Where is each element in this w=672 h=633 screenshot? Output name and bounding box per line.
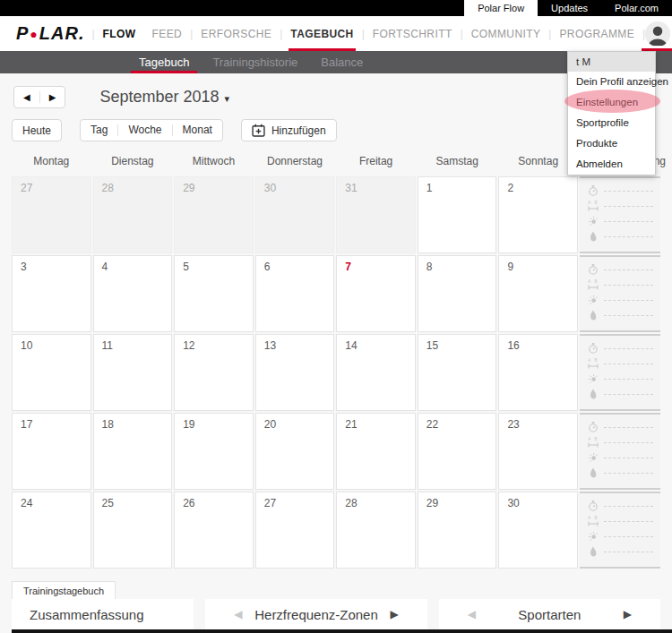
summary-value-line [604, 348, 653, 349]
day-cell[interactable]: 24 [12, 492, 91, 569]
nav-item-programme[interactable]: PROGRAMME [551, 16, 642, 51]
dropdown-item-einstellungen[interactable]: Einstellungen [568, 92, 655, 113]
subnav-item-trainingshistorie[interactable]: Trainingshistorie [208, 51, 302, 73]
day-cell[interactable]: 13 [255, 334, 335, 411]
topbar-tab-updates[interactable]: Updates [538, 0, 601, 16]
subnav-item-tagebuch[interactable]: Tagebuch [134, 51, 194, 73]
summary-value-line [604, 315, 653, 316]
date-number: 28 [102, 182, 114, 194]
summary-row-distance: AB [588, 437, 655, 448]
next-month-button[interactable]: ▶ [40, 87, 65, 107]
summary-row-duration [588, 185, 655, 196]
day-cell[interactable]: 11 [93, 334, 173, 411]
summary-value-line [604, 506, 653, 507]
date-number: 29 [426, 497, 438, 509]
calendar-plus-icon [252, 124, 265, 137]
user-menu-button[interactable] [645, 16, 672, 51]
today-button[interactable]: Heute [12, 119, 62, 141]
day-cell[interactable]: 5 [174, 255, 254, 332]
day-cell[interactable]: 16 [498, 334, 578, 411]
day-cell[interactable]: 4 [93, 255, 173, 332]
top-black-bar: Polar FlowUpdatesPolar.com [0, 0, 672, 16]
day-cell[interactable]: 10 [12, 334, 91, 411]
duration-icon [588, 422, 599, 432]
view-option-monat[interactable]: Monat [173, 120, 222, 141]
day-cell[interactable]: 17 [12, 413, 91, 490]
distance-icon: AB [588, 279, 599, 290]
summary-row-distance: AB [588, 201, 655, 211]
day-cell[interactable]: 15 [418, 334, 497, 411]
day-cell[interactable]: 6 [255, 255, 335, 332]
date-number: 23 [507, 418, 519, 431]
month-title-dropdown[interactable]: September 2018 ▾ [99, 88, 229, 107]
day-cell[interactable]: 28 [336, 492, 416, 569]
day-cell[interactable]: 8 [418, 255, 497, 332]
view-switcher: TagWocheMonat [80, 119, 223, 141]
day-cell[interactable]: 3 [12, 255, 91, 332]
day-cell[interactable]: 23 [498, 413, 578, 490]
training-diary-tab[interactable]: Trainingstagebuch [12, 581, 116, 599]
summary-value-line [604, 364, 653, 364]
day-cell[interactable]: 22 [418, 413, 497, 490]
view-option-tag[interactable]: Tag [81, 120, 117, 141]
nav-item-flow[interactable]: FLOW [95, 16, 144, 51]
duration-icon [588, 264, 599, 275]
date-number: 3 [21, 261, 27, 273]
summary-value-line [604, 473, 653, 474]
day-cell[interactable]: 31 [336, 176, 416, 253]
day-cell[interactable]: 2 [498, 176, 578, 253]
nav-item-community[interactable]: COMMUNITY [463, 16, 549, 51]
svg-text:B: B [595, 358, 598, 363]
nav-item-fortschritt[interactable]: FORTSCHRITT [365, 16, 461, 51]
day-cell[interactable]: 7 [336, 255, 416, 332]
day-cell[interactable]: 18 [93, 413, 173, 490]
topbar-tab-polar-com[interactable]: Polar.com [601, 0, 672, 16]
day-cell[interactable]: 9 [498, 255, 578, 332]
day-cell[interactable]: 27 [255, 492, 335, 569]
day-cell[interactable]: 20 [255, 413, 335, 490]
svg-text:A: A [588, 358, 590, 363]
panel-next-arrow-icon[interactable]: ▶ [390, 608, 398, 620]
nav-item-tagebuch[interactable]: TAGEBUCH [282, 16, 361, 51]
date-number: 19 [183, 418, 194, 431]
week-summary-cell: AB [580, 334, 660, 411]
distance-icon: AB [588, 201, 599, 211]
subnav-item-balance[interactable]: Balance [316, 51, 367, 73]
day-cell[interactable]: 27 [12, 176, 91, 253]
add-training-label: Hinzufügen [271, 124, 326, 137]
day-cell[interactable]: 29 [418, 492, 497, 569]
polar-logo[interactable]: P●LAR. [16, 16, 84, 51]
day-cell[interactable]: 29 [174, 176, 254, 253]
nav-item-erforsche[interactable]: ERFORSCHE [193, 16, 280, 51]
topbar-tab-polar-flow[interactable]: Polar Flow [464, 0, 538, 21]
day-cell[interactable]: 30 [255, 176, 335, 253]
dropdown-item-dein-profil-anzeigen[interactable]: Dein Profil anzeigen [568, 72, 655, 92]
duration-icon [588, 500, 599, 511]
day-cell[interactable]: 25 [93, 492, 173, 569]
date-number: 12 [183, 339, 194, 352]
view-option-woche[interactable]: Woche [118, 120, 171, 141]
calories-icon [588, 295, 599, 305]
dropdown-item-abmelden[interactable]: Abmelden [568, 154, 655, 175]
nav-item-feed[interactable]: FEED [144, 16, 191, 51]
summary-value-line [604, 300, 653, 301]
day-cell[interactable]: 12 [174, 334, 254, 411]
day-cell[interactable]: 30 [498, 492, 578, 569]
prev-month-button[interactable]: ◀ [14, 87, 39, 107]
day-cell[interactable]: 1 [418, 176, 497, 253]
dropdown-item-produkte[interactable]: Produkte [568, 133, 655, 154]
summary-row-fat-burn [588, 231, 655, 242]
day-cell[interactable]: 14 [336, 334, 416, 411]
dropdown-item-sportprofile[interactable]: Sportprofile [568, 113, 655, 133]
add-training-button[interactable]: Hinzufügen [241, 119, 337, 141]
panel-next-arrow-icon[interactable]: ▶ [624, 608, 632, 620]
panel-prev-arrow-icon[interactable]: ◀ [468, 608, 476, 620]
summary-value-line [604, 458, 653, 458]
panel-label-zusammenfassung: Zusammenfassung [30, 607, 144, 622]
panel-prev-arrow-icon[interactable]: ◀ [234, 608, 242, 620]
svg-text:A: A [588, 437, 590, 441]
day-cell[interactable]: 19 [174, 413, 254, 490]
day-cell[interactable]: 26 [174, 492, 254, 569]
day-cell[interactable]: 28 [93, 176, 173, 253]
day-cell[interactable]: 21 [336, 413, 416, 490]
